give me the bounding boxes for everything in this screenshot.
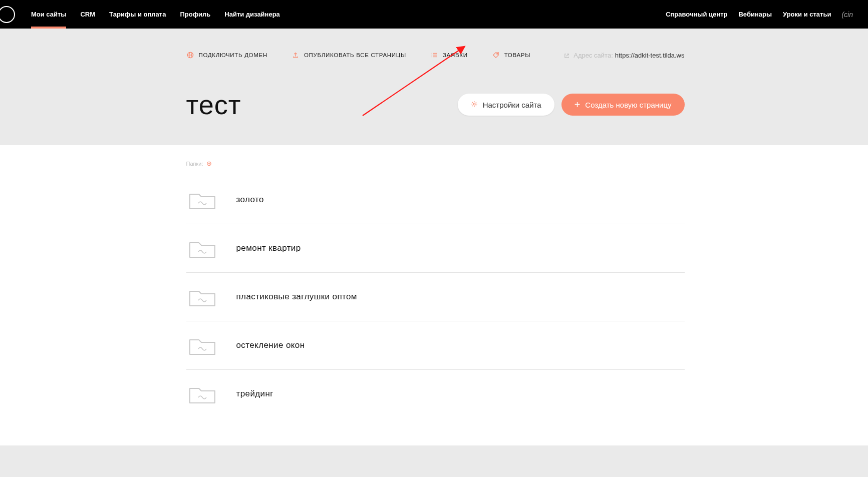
folders-heading: Папки: ⊕: [186, 160, 685, 167]
button-label: Настройки сайта: [483, 101, 541, 109]
logo-icon[interactable]: [0, 6, 15, 23]
folder-name: золото: [236, 195, 264, 205]
action-requests[interactable]: ЗАЯВКИ: [430, 51, 468, 59]
folder-name: трейдинг: [236, 389, 273, 399]
action-products[interactable]: ТОВАРЫ: [492, 51, 530, 59]
nav-find-designer[interactable]: Найти дизайнера: [217, 0, 287, 29]
top-nav: Мои сайты CRM Тарифы и оплата Профиль На…: [0, 0, 868, 29]
tag-icon: [492, 51, 500, 59]
folder-icon: [188, 286, 216, 307]
folder-row[interactable]: трейдинг: [186, 370, 685, 418]
folders-label-text: Папки:: [186, 161, 203, 167]
nav-profile[interactable]: Профиль: [173, 0, 217, 29]
folder-row[interactable]: пластиковые заглушки оптом: [186, 273, 685, 321]
folder-icon: [188, 335, 216, 356]
external-link-icon: [564, 53, 569, 60]
folder-icon: [188, 238, 216, 259]
folder-row[interactable]: ремонт квартир: [186, 224, 685, 273]
action-row: ПОДКЛЮЧИТЬ ДОМЕН ОПУБЛИКОВАТЬ ВСЕ СТРАНИ…: [186, 29, 685, 59]
nav-tariffs[interactable]: Тарифы и оплата: [102, 0, 173, 29]
add-folder-icon[interactable]: ⊕: [206, 160, 212, 167]
gear-icon: [471, 101, 478, 109]
site-address[interactable]: Адрес сайта: https://adkit-test.tilda.ws: [564, 52, 684, 59]
folder-icon: [188, 189, 216, 210]
nav-crm[interactable]: CRM: [73, 0, 102, 29]
site-settings-button[interactable]: Настройки сайта: [458, 94, 554, 116]
upload-icon: [292, 51, 300, 59]
folder-row[interactable]: золото: [186, 176, 685, 224]
folder-row[interactable]: остекление окон: [186, 321, 685, 370]
action-publish-all[interactable]: ОПУБЛИКОВАТЬ ВСЕ СТРАНИЦЫ: [292, 51, 406, 59]
project-title: тест: [186, 89, 241, 120]
address-prefix: Адрес сайта:: [573, 52, 613, 59]
svg-point-11: [473, 103, 475, 105]
folder-name: ремонт квартир: [236, 243, 301, 253]
action-label: ПОДКЛЮЧИТЬ ДОМЕН: [199, 52, 267, 58]
folder-icon: [188, 383, 216, 404]
nav-help-center[interactable]: Справочный центр: [660, 11, 733, 18]
button-label: Создать новую страницу: [585, 101, 671, 109]
action-label: ОПУБЛИКОВАТЬ ВСЕ СТРАНИЦЫ: [304, 52, 406, 58]
nav-tail-text: (cin: [836, 11, 853, 19]
svg-point-9: [496, 53, 497, 54]
folder-name: пластиковые заглушки оптом: [236, 292, 357, 302]
globe-icon: [186, 51, 194, 59]
list-icon: [430, 51, 438, 59]
nav-lessons[interactable]: Уроки и статьи: [777, 11, 836, 18]
folder-name: остекление окон: [236, 340, 305, 350]
action-label: ТОВАРЫ: [504, 52, 530, 58]
action-label: ЗАЯВКИ: [443, 52, 468, 58]
nav-webinars[interactable]: Вебинары: [733, 11, 777, 18]
nav-my-sites[interactable]: Мои сайты: [24, 0, 73, 29]
action-connect-domain[interactable]: ПОДКЛЮЧИТЬ ДОМЕН: [186, 51, 267, 59]
new-page-button[interactable]: + Создать новую страницу: [561, 94, 685, 116]
address-value: https://adkit-test.tilda.ws: [615, 52, 685, 59]
